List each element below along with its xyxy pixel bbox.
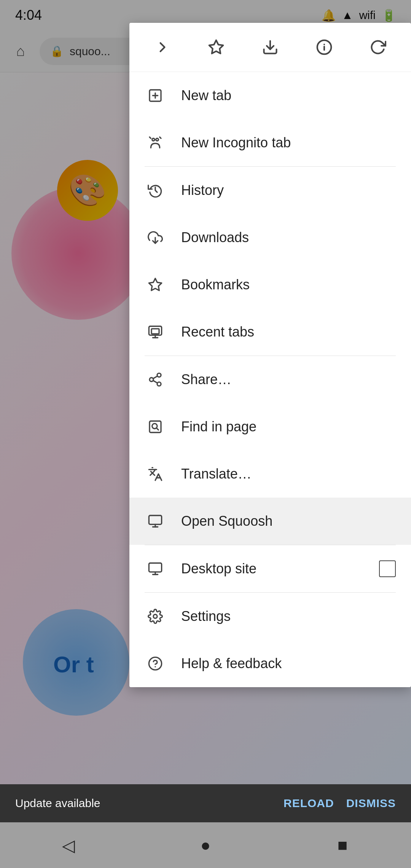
menu-item-help-feedback[interactable]: Help & feedback (129, 640, 411, 687)
svg-line-24 (156, 428, 158, 430)
svg-point-8 (156, 138, 159, 141)
menu-item-translate[interactable]: Translate… (129, 450, 411, 498)
help-feedback-label: Help & feedback (181, 656, 396, 672)
dropdown-menu: New tab New Incognito tab History Downlo… (129, 23, 411, 687)
translate-icon (145, 463, 166, 485)
menu-item-find-in-page[interactable]: Find in page (129, 403, 411, 450)
new-tab-label: New tab (181, 88, 396, 104)
settings-label: Settings (181, 608, 396, 624)
svg-point-29 (153, 614, 157, 618)
menu-item-downloads[interactable]: Downloads (129, 214, 411, 261)
settings-icon (145, 606, 166, 627)
find-in-page-label: Find in page (181, 419, 396, 435)
dismiss-button[interactable]: DISMISS (346, 797, 396, 810)
history-label: History (181, 182, 396, 198)
menu-item-new-incognito-tab[interactable]: New Incognito tab (129, 119, 411, 166)
menu-item-new-tab[interactable]: New tab (129, 72, 411, 119)
recent-tabs-label: Recent tabs (181, 324, 396, 340)
new-incognito-tab-label: New Incognito tab (181, 135, 396, 151)
svg-rect-26 (149, 563, 161, 572)
desktop-site-checkbox[interactable] (379, 560, 396, 577)
bookmark-button[interactable] (201, 32, 231, 62)
share-label: Share… (181, 372, 396, 388)
menu-item-desktop-site[interactable]: Desktop site (129, 545, 411, 592)
help-icon (145, 653, 166, 674)
share-icon (145, 369, 166, 390)
new-tab-icon (145, 85, 166, 106)
svg-line-9 (150, 137, 151, 138)
refresh-button[interactable] (363, 32, 393, 62)
desktop-icon (145, 558, 166, 579)
downloads-label: Downloads (181, 230, 396, 246)
svg-line-10 (160, 137, 161, 138)
menu-item-settings[interactable]: Settings (129, 593, 411, 640)
translate-label: Translate… (181, 466, 396, 482)
open-squoosh-label: Open Squoosh (181, 513, 396, 529)
menu-item-history[interactable]: History (129, 167, 411, 214)
recent-tabs-icon (145, 321, 166, 343)
svg-line-21 (153, 376, 157, 379)
menu-item-open-squoosh[interactable]: Open Squoosh (129, 498, 411, 545)
bookmarks-label: Bookmarks (181, 277, 396, 293)
downloads-icon (145, 227, 166, 248)
history-icon (145, 180, 166, 201)
update-banner: Update available RELOAD DISMISS (0, 784, 411, 822)
desktop-site-label: Desktop site (181, 561, 364, 577)
svg-rect-22 (150, 421, 161, 432)
svg-line-20 (153, 381, 157, 383)
info-button[interactable] (309, 32, 339, 62)
bookmarks-icon (145, 274, 166, 295)
incognito-icon (145, 132, 166, 153)
svg-rect-14 (151, 329, 159, 334)
svg-rect-25 (149, 515, 161, 524)
svg-marker-0 (209, 40, 223, 54)
menu-item-bookmarks[interactable]: Bookmarks (129, 261, 411, 308)
svg-point-7 (152, 138, 155, 141)
open-app-icon (145, 511, 166, 532)
update-actions: RELOAD DISMISS (284, 797, 396, 810)
update-text: Update available (15, 797, 100, 810)
menu-toolbar (129, 23, 411, 72)
find-in-page-icon (145, 416, 166, 437)
download-button[interactable] (255, 32, 285, 62)
reload-button[interactable]: RELOAD (284, 797, 334, 810)
menu-item-share[interactable]: Share… (129, 356, 411, 403)
forward-button[interactable] (147, 32, 178, 62)
menu-item-recent-tabs[interactable]: Recent tabs (129, 308, 411, 356)
svg-marker-12 (149, 278, 161, 290)
